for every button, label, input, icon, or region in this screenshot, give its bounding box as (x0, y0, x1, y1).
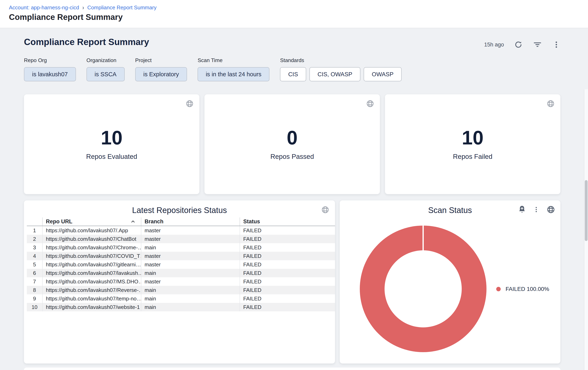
stat-value: 10 (101, 128, 123, 148)
row-number: 8 (27, 286, 42, 294)
filter-standards: Standards CIS CIS, OWASP OWASP (280, 57, 402, 81)
status-cell: FAILED (240, 294, 335, 303)
filter-chip-scan-time[interactable]: is in the last 24 hours (198, 67, 269, 81)
report-title: Compliance Report Summary (24, 37, 149, 47)
branch-cell: master (141, 277, 240, 286)
filter-organization: Organization is SSCA (86, 57, 125, 81)
status-cell: FAILED (240, 235, 335, 243)
stat-value: 10 (462, 128, 484, 148)
table-title: Latest Repositories Status (24, 206, 335, 215)
repo-url-cell: https://github.com/lavakush07/temp-no… (42, 294, 141, 303)
legend-dot (496, 287, 501, 291)
globe-icon[interactable] (546, 100, 555, 108)
table-row: 7 https://github.com/lavakush07/MS.DHO… … (27, 277, 335, 286)
sort-ascending-icon[interactable] (130, 219, 136, 224)
repo-url-cell: https://github.com/lavakush07/.App (42, 226, 141, 235)
stat-value: 0 (287, 128, 297, 148)
scrollbar-track[interactable] (584, 89, 588, 370)
breadcrumb-current-link[interactable]: Compliance Report Summary (87, 4, 157, 11)
filter-scan-time: Scan Time is in the last 24 hours (198, 57, 269, 81)
row-number: 5 (27, 260, 42, 269)
table-row: 1 https://github.com/lavakush07/.App mas… (27, 226, 335, 235)
filter-label: Project (135, 57, 187, 63)
repos-table: Repo URL Branch Status 1 https://github.… (27, 218, 335, 311)
stat-card-repos-evaluated: 10 Repos Evaluated (24, 94, 200, 194)
branch-cell: main (141, 303, 240, 311)
repo-url-cell: https://github.com/lavakush07/Reverse-… (42, 286, 141, 294)
table-row: 4 https://github.com/lavakush07/COVID_T…… (27, 252, 335, 260)
table-row: 8 https://github.com/lavakush07/Reverse-… (27, 286, 335, 294)
repo-url-cell: https://github.com/lavakush07/gitlearni… (42, 260, 141, 269)
row-number: 6 (27, 269, 42, 277)
filter-bar: Repo Org is lavakush07 Organization is S… (24, 57, 402, 81)
filter-icon[interactable] (533, 40, 542, 49)
table-row: 10 https://github.com/lavakush07/website… (27, 303, 335, 311)
bell-plus-icon[interactable] (518, 205, 526, 214)
globe-icon[interactable] (546, 205, 555, 214)
status-cell: FAILED (240, 252, 335, 260)
repo-url-cell: https://github.com/lavakush07/COVID_T… (42, 252, 141, 260)
row-number: 3 (27, 243, 42, 252)
report-actions: 15h ago (484, 40, 560, 50)
donut-hole (385, 250, 462, 327)
repo-url-cell: https://github.com/lavakush07/MS.DHO… (42, 277, 141, 286)
legend-item-failed[interactable]: FAILED 100.00% (496, 286, 549, 292)
standards-option-cis[interactable]: CIS (280, 67, 306, 81)
status-cell: FAILED (240, 286, 335, 294)
repo-url-cell: https://github.com/lavakush07/ChatBot (42, 235, 141, 243)
filter-label: Standards (280, 57, 402, 63)
status-cell: FAILED (240, 226, 335, 235)
row-number: 4 (27, 252, 42, 260)
scrollbar-thumb[interactable] (585, 180, 588, 241)
latest-repositories-status-tile: Latest Repositories Status Repo URL Bran… (24, 200, 335, 363)
page-title: Compliance Report Summary (9, 13, 123, 22)
status-cell: FAILED (240, 260, 335, 269)
branch-cell: master (141, 235, 240, 243)
branch-cell: main (141, 294, 240, 303)
refresh-icon[interactable] (514, 40, 523, 49)
globe-icon[interactable] (321, 206, 329, 214)
column-header-branch[interactable]: Branch (141, 218, 240, 226)
standards-option-owasp[interactable]: OWASP (364, 67, 402, 81)
filter-chip-organization[interactable]: is SSCA (86, 67, 125, 81)
status-cell: FAILED (240, 303, 335, 311)
status-cell: FAILED (240, 277, 335, 286)
row-number: 2 (27, 235, 42, 243)
filter-label: Scan Time (198, 57, 269, 63)
legend-label: FAILED 100.00% (505, 286, 549, 292)
kebab-menu-icon[interactable] (533, 205, 540, 214)
row-number: 7 (27, 277, 42, 286)
table-row: 2 https://github.com/lavakush07/ChatBot … (27, 235, 335, 243)
filter-label: Repo Org (24, 57, 76, 63)
filter-chip-project[interactable]: is Exploratory (135, 67, 187, 81)
globe-icon[interactable] (366, 100, 374, 108)
stat-label: Repos Evaluated (86, 153, 137, 160)
filter-chip-repo-org[interactable]: is lavakush07 (24, 67, 76, 81)
breadcrumb: Account: app-harness-ng-cicd › Complianc… (9, 4, 157, 11)
repo-url-cell: https://github.com/lavakush07/website-1 (42, 303, 141, 311)
table-row: 5 https://github.com/lavakush07/gitlearn… (27, 260, 335, 269)
row-number-header (27, 218, 42, 226)
donut-chart[interactable] (360, 226, 486, 352)
breadcrumb-account-link[interactable]: Account: app-harness-ng-cicd (9, 4, 79, 11)
filter-project: Project is Exploratory (135, 57, 187, 81)
repo-url-cell: https://github.com/lavakush07/Chrome-… (42, 243, 141, 252)
stat-label: Repos Failed (453, 153, 492, 160)
branch-cell: main (141, 286, 240, 294)
row-number: 9 (27, 294, 42, 303)
scan-status-actions (518, 205, 555, 214)
globe-icon[interactable] (186, 100, 194, 108)
column-header-repo-url[interactable]: Repo URL (42, 218, 141, 226)
branch-cell: master (141, 252, 240, 260)
status-cell: FAILED (240, 269, 335, 277)
standards-option-cis-owasp[interactable]: CIS, OWASP (309, 67, 360, 81)
row-number: 1 (27, 226, 42, 235)
filter-label: Organization (86, 57, 125, 63)
branch-cell: master (141, 226, 240, 235)
column-header-status[interactable]: Status (240, 218, 335, 226)
stat-card-repos-passed: 0 Repos Passed (204, 94, 380, 194)
kebab-menu-icon[interactable] (552, 40, 560, 49)
last-refresh-time: 15h ago (484, 41, 504, 48)
status-cell: FAILED (240, 243, 335, 252)
next-tile-peek (24, 368, 560, 370)
